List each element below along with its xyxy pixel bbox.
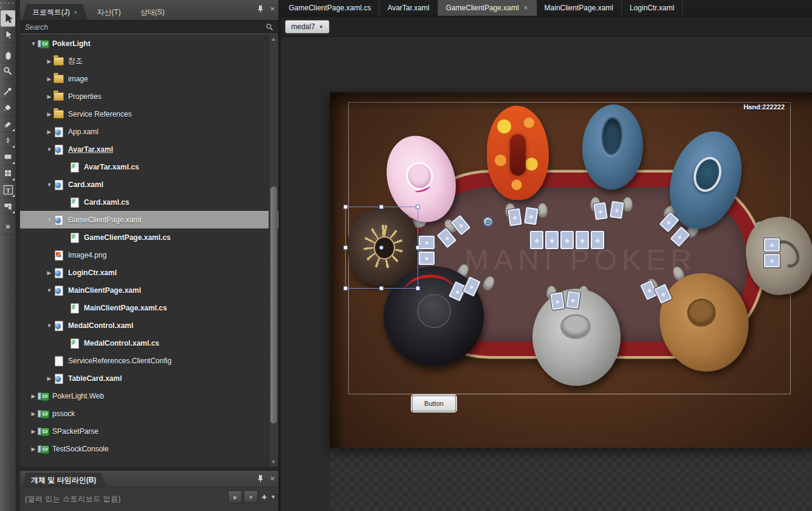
grid-layout-tool[interactable]	[1, 165, 15, 182]
editor-tab-MainClientPage.xaml[interactable]: MainClientPage.xaml	[537, 0, 622, 16]
tree-item-TestSockConsole[interactable]: ▶TestSockConsole	[20, 440, 278, 458]
close-tab-icon[interactable]: ×	[524, 4, 528, 12]
tree-item-PokerLight.Web[interactable]: ▶PokerLight.Web	[20, 387, 278, 405]
pen-tool[interactable]	[1, 132, 15, 149]
community-cards[interactable]: ◆ ◆ ◆ ◆ ◆	[530, 231, 604, 249]
expand-arrow-icon[interactable]: ▶	[29, 411, 38, 417]
tree-item-App.xaml[interactable]: ▶App.xaml	[20, 123, 278, 140]
collapse-arrow-icon[interactable]: ▼	[45, 182, 53, 188]
expand-arrow-icon[interactable]: ▶	[29, 446, 38, 452]
tree-item-GameClientPage.xaml[interactable]: ▼GameClientPage.xaml	[20, 211, 278, 228]
tree-item-LoginCtr.xaml[interactable]: ▶LoginCtr.xaml	[20, 264, 278, 281]
button-control-tool[interactable]	[1, 198, 15, 214]
expand-arrow-icon[interactable]: ▶	[45, 129, 53, 135]
paint-bucket-tool[interactable]	[1, 100, 15, 116]
resize-handle[interactable]	[343, 205, 348, 209]
expand-arrow-icon[interactable]: ▶	[45, 111, 53, 117]
editor-tab-AvarTar.xaml[interactable]: AvarTar.xaml	[379, 0, 438, 16]
expand-arrow-icon[interactable]: ▶	[45, 76, 53, 82]
text-tool[interactable]: T	[1, 182, 15, 198]
card-back[interactable]: ◆	[507, 208, 522, 227]
expand-arrow-icon[interactable]: ▶	[45, 376, 53, 382]
scroll-down-icon[interactable]: ▼	[269, 459, 278, 465]
tree-item-SPacketParse[interactable]: ▶SPacketParse	[20, 422, 278, 440]
collapse-arrow-icon[interactable]: ▼	[45, 146, 53, 153]
new-storyboard-button[interactable]: +	[260, 492, 269, 502]
resize-handle[interactable]	[416, 245, 420, 250]
close-tab-icon[interactable]: ×	[74, 9, 77, 16]
eyedropper-tool[interactable]	[1, 83, 15, 100]
expand-arrow-icon[interactable]: ▶	[29, 428, 38, 434]
scroll-up-icon[interactable]: ▲	[269, 36, 278, 42]
expand-arrow-icon[interactable]: ▶	[29, 393, 38, 399]
tree-scrollbar[interactable]: ▲ ▼	[269, 35, 278, 467]
tree-item-pssock[interactable]: ▶pssock	[20, 405, 278, 422]
storyboard-menu-caret[interactable]: ▼	[270, 494, 276, 500]
tree-item-MainClientPage.xaml[interactable]: ▼MainClientPage.xaml	[20, 281, 278, 299]
card-back[interactable]: ◆	[419, 236, 435, 249]
tab-objects-and-timeline[interactable]: 개체 및 타임라인(B)	[22, 473, 107, 487]
search-box[interactable]: Search	[20, 20, 278, 34]
editor-tab-GameClientPage.xaml[interactable]: GameClientPage.xaml×	[438, 0, 537, 16]
collapse-arrow-icon[interactable]: ▼	[45, 287, 53, 293]
card-back[interactable]: ◆	[764, 254, 780, 267]
resize-handle[interactable]	[379, 286, 384, 290]
editor-tab-LoginCtr.xaml[interactable]: LoginCtr.xaml	[622, 0, 683, 16]
close-panel-icon[interactable]: ×	[270, 476, 275, 482]
tree-item-MainClientPage.xaml.cs[interactable]: MainClientPage.xaml.cs	[20, 299, 278, 317]
toolbar-grip[interactable]: • • • • •	[0, 1, 16, 10]
collapse-arrow-icon[interactable]: ▼	[45, 217, 53, 223]
avatar-hat-top-center[interactable]	[487, 106, 549, 200]
resize-handle[interactable]	[416, 286, 420, 290]
card-back[interactable]: ◆	[524, 207, 538, 225]
tree-item-image[interactable]: ▶image	[20, 70, 278, 87]
pin-icon[interactable]	[257, 475, 264, 482]
design-button-control[interactable]: Button	[412, 396, 456, 411]
eraser-tool[interactable]	[1, 116, 15, 132]
tree-item-Image4.png[interactable]: Image4.png	[20, 246, 278, 264]
more-tools-chevron[interactable]: »	[1, 218, 15, 235]
zoom-tool[interactable]	[1, 63, 15, 80]
tree-item-Card.xaml.cs[interactable]: Card.xaml.cs	[20, 193, 278, 211]
resize-handle[interactable]	[343, 245, 348, 250]
card-back[interactable]: ◆	[764, 238, 780, 252]
breadcrumb-scope-button[interactable]: medal7 ▼	[285, 20, 329, 33]
tree-item-Properties[interactable]: ▶Properties	[20, 87, 278, 105]
card-back[interactable]: ◆	[610, 201, 624, 219]
card-back[interactable]: ◆	[593, 202, 608, 221]
card-back[interactable]: ◆	[576, 231, 589, 249]
collapse-arrow-icon[interactable]: ▼	[45, 323, 53, 329]
dealer-button[interactable]: D	[483, 217, 493, 227]
resize-handle[interactable]	[379, 205, 384, 209]
rectangle-tool[interactable]	[1, 149, 15, 165]
panel-tab-자산(T)[interactable]: 자산(T)	[87, 4, 130, 20]
scrollbar-thumb[interactable]	[270, 187, 277, 424]
card-back[interactable]: ◆	[560, 231, 574, 249]
tree-item-GameClientPage.xaml.cs[interactable]: GameClientPage.xaml.cs	[20, 228, 278, 246]
card-back[interactable]: ◆	[419, 252, 435, 265]
resize-handle[interactable]	[416, 205, 420, 209]
card-back[interactable]: ◆	[550, 292, 565, 310]
card-back[interactable]: ◆	[566, 291, 580, 309]
hand-number-label[interactable]: Hand:222222	[695, 103, 785, 111]
pin-icon[interactable]	[257, 5, 264, 13]
expand-arrow-icon[interactable]: ▶	[45, 58, 53, 64]
editor-tab-GameClientPage.xaml.cs[interactable]: GameClientPage.xaml.cs	[281, 0, 379, 16]
tree-item-MedalControl.xaml.cs[interactable]: MedalControl.xaml.cs	[20, 334, 278, 352]
direct-selection-tool[interactable]	[1, 27, 15, 43]
design-canvas[interactable]: Hand:222222 MANI POKER ◆ ◆ ◆ ◆ ◆ D ◆ ◆ ◆…	[330, 92, 812, 448]
close-storyboard-button[interactable]: ×	[244, 490, 258, 503]
pan-tool[interactable]	[1, 47, 15, 63]
card-back[interactable]: ◆	[545, 231, 559, 249]
selection-tool[interactable]	[1, 10, 15, 27]
tree-item-AvarTar.xaml.cs[interactable]: AvarTar.xaml.cs	[20, 158, 278, 176]
card-back[interactable]: ◆	[530, 231, 543, 249]
tree-item-PokerLight[interactable]: ▼PokerLight	[20, 35, 278, 52]
tree-item-AvarTar.xaml[interactable]: ▼AvarTar.xaml	[20, 140, 278, 158]
selection-adorner[interactable]	[345, 207, 418, 289]
tree-item-Card.xaml[interactable]: ▼Card.xaml	[20, 176, 278, 193]
tree-item-MedalControl.xaml[interactable]: ▼MedalControl.xaml	[20, 317, 278, 334]
collapse-all-button[interactable]: »	[228, 490, 242, 503]
collapse-arrow-icon[interactable]: ▼	[29, 41, 38, 47]
resize-handle[interactable]	[343, 286, 348, 290]
